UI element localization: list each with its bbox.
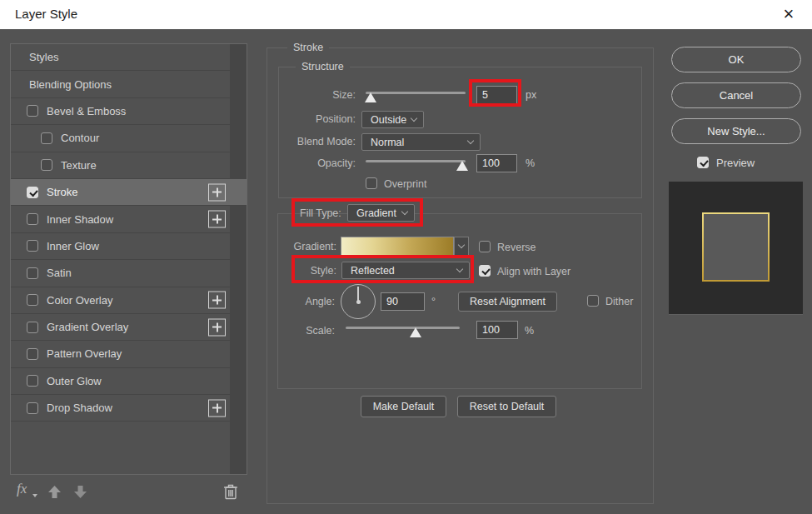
sidebar-item-blending-options[interactable]: Blending Options	[11, 71, 230, 97]
fill-type-label: Fill Type:	[300, 205, 341, 222]
checkbox-icon[interactable]	[27, 348, 38, 360]
align-with-layer-checkbox[interactable]	[479, 265, 491, 277]
dialog-title: Layer Style	[15, 7, 77, 21]
preview-checkbox[interactable]	[697, 157, 709, 168]
sidebar-item-satin[interactable]: Satin	[11, 260, 230, 287]
position-label: Position:	[279, 111, 356, 127]
add-drop-shadow-instance-button[interactable]	[208, 399, 226, 417]
checkbox-icon[interactable]	[27, 267, 38, 279]
preview-stroked-square	[702, 212, 770, 282]
gradient-picker-dropdown[interactable]	[454, 237, 469, 257]
style-preview-thumbnail	[669, 182, 803, 315]
opacity-slider-track[interactable]	[366, 160, 466, 162]
angle-label: Angle:	[278, 293, 335, 310]
checkbox-icon[interactable]	[27, 375, 38, 387]
checkbox-icon[interactable]	[27, 187, 38, 198]
fx-menu-button[interactable]: fx	[17, 481, 27, 497]
add-stroke-instance-button[interactable]	[208, 183, 226, 201]
reverse-checkbox[interactable]	[479, 241, 491, 252]
chevron-down-icon	[458, 242, 465, 248]
reverse-label: Reverse	[497, 239, 536, 256]
scale-label: Scale:	[278, 322, 335, 339]
opacity-slider-thumb[interactable]	[456, 161, 468, 171]
fill-type-dropdown[interactable]: Gradient	[347, 204, 415, 222]
chevron-down-icon	[467, 137, 474, 143]
effects-list-scrollbar[interactable]	[230, 44, 247, 474]
dither-checkbox[interactable]	[587, 295, 599, 307]
style-label: Style:	[278, 262, 336, 279]
move-effect-down-button[interactable]	[73, 485, 87, 499]
sidebar-item-contour[interactable]: Contour	[11, 125, 230, 152]
gradient-label: Gradient:	[278, 238, 336, 255]
blend-mode-dropdown[interactable]: Normal	[361, 133, 481, 151]
title-bar: Layer Style ×	[0, 0, 812, 29]
move-effect-up-button[interactable]	[47, 485, 62, 499]
scale-unit: %	[525, 322, 534, 339]
sidebar-item-gradient-overlay[interactable]: Gradient Overlay	[11, 314, 230, 341]
structure-group: Structure Size: px Position: Outside Ble…	[278, 67, 642, 198]
sidebar-item-texture[interactable]: Texture	[11, 152, 230, 179]
checkbox-icon[interactable]	[41, 132, 52, 144]
size-unit: px	[526, 87, 536, 103]
sidebar-item-styles[interactable]: Styles	[11, 44, 230, 71]
blend-mode-label: Blend Mode:	[279, 133, 356, 150]
gradient-swatch[interactable]	[341, 237, 454, 257]
delete-effect-trash-icon[interactable]	[223, 483, 238, 500]
size-slider-track[interactable]	[366, 92, 466, 94]
opacity-slider[interactable]	[366, 157, 466, 172]
angle-dial-needle	[357, 287, 359, 301]
overprint-checkbox[interactable]	[366, 177, 377, 189]
cancel-button[interactable]: Cancel	[671, 82, 801, 108]
opacity-input[interactable]	[476, 154, 517, 172]
sidebar-item-pattern-overlay[interactable]: Pattern Overlay	[11, 341, 230, 367]
sidebar-item-stroke[interactable]: Stroke	[11, 179, 247, 206]
structure-group-title: Structure	[296, 59, 350, 75]
scale-input[interactable]	[476, 321, 518, 339]
style-dropdown[interactable]: Reflected	[341, 262, 470, 279]
new-style-button[interactable]: New Style...	[671, 118, 801, 144]
close-icon[interactable]: ×	[772, 0, 805, 28]
scale-slider-track[interactable]	[346, 327, 460, 329]
effects-list: Styles Blending Options Bevel & Emboss C…	[10, 43, 247, 475]
ok-button[interactable]: OK	[671, 47, 801, 72]
chevron-down-icon	[456, 265, 463, 272]
add-gradient-overlay-instance-button[interactable]	[208, 318, 226, 336]
reset-to-default-button[interactable]: Reset to Default	[457, 396, 556, 417]
checkbox-icon[interactable]	[27, 105, 38, 117]
checkbox-icon[interactable]	[27, 240, 38, 252]
checkbox-icon[interactable]	[27, 402, 38, 414]
angle-dial-center-dot	[356, 300, 361, 304]
opacity-label: Opacity:	[279, 155, 356, 172]
sidebar-item-color-overlay[interactable]: Color Overlay	[11, 287, 230, 314]
size-slider[interactable]	[366, 88, 466, 103]
chevron-down-icon	[411, 114, 417, 121]
checkbox-icon[interactable]	[41, 159, 52, 171]
scale-slider[interactable]	[346, 323, 460, 338]
angle-input[interactable]	[381, 292, 425, 311]
sidebar-item-inner-shadow[interactable]: Inner Shadow	[11, 206, 230, 232]
stroke-panel-title: Stroke	[287, 40, 329, 56]
add-inner-shadow-instance-button[interactable]	[208, 211, 226, 228]
sidebar-item-bevel-emboss[interactable]: Bevel & Emboss	[11, 98, 230, 125]
size-slider-thumb[interactable]	[365, 92, 376, 102]
make-default-button[interactable]: Make Default	[361, 396, 446, 417]
size-label: Size:	[279, 87, 356, 103]
checkbox-icon[interactable]	[27, 213, 38, 225]
angle-dial[interactable]	[341, 284, 376, 319]
chevron-down-icon	[401, 207, 408, 214]
reset-alignment-button[interactable]: Reset Alignment	[458, 292, 557, 312]
sidebar-item-drop-shadow[interactable]: Drop Shadow	[11, 395, 230, 422]
add-color-overlay-instance-button[interactable]	[208, 292, 226, 309]
fill-group: Gradient: Reverse Style: Reflected Align…	[277, 213, 642, 389]
position-dropdown[interactable]: Outside	[361, 111, 424, 128]
sidebar-item-inner-glow[interactable]: Inner Glow	[11, 233, 230, 260]
sidebar-item-outer-glow[interactable]: Outer Glow	[11, 368, 230, 395]
overprint-label: Overprint	[384, 176, 426, 192]
checkbox-icon[interactable]	[27, 294, 38, 306]
size-input[interactable]	[476, 86, 517, 104]
checkbox-icon[interactable]	[27, 322, 38, 333]
angle-unit: °	[431, 293, 436, 310]
scale-slider-thumb[interactable]	[410, 327, 421, 337]
preview-label: Preview	[716, 155, 755, 172]
dither-label: Dither	[605, 293, 633, 310]
